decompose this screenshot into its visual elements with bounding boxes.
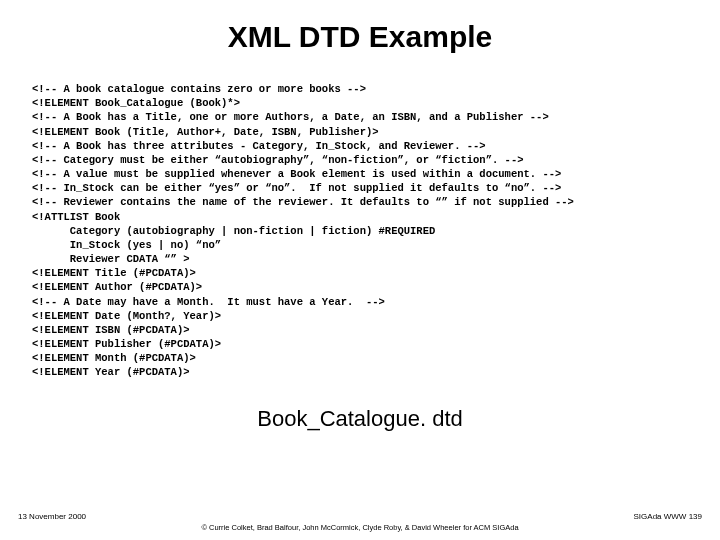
footer-right: SIGAda WWW 139 [634,512,702,521]
footer-credit: © Currie Colket, Brad Balfour, John McCo… [18,523,702,532]
footer: 13 November 2000 SIGAda WWW 139 © Currie… [0,512,720,532]
footer-date: 13 November 2000 [18,512,86,521]
footer-row: 13 November 2000 SIGAda WWW 139 [18,512,702,521]
subtitle: Book_Catalogue. dtd [30,406,690,432]
slide: XML DTD Example <!-- A book catalogue co… [0,0,720,540]
page-title: XML DTD Example [30,20,690,54]
dtd-code-block: <!-- A book catalogue contains zero or m… [32,82,690,380]
